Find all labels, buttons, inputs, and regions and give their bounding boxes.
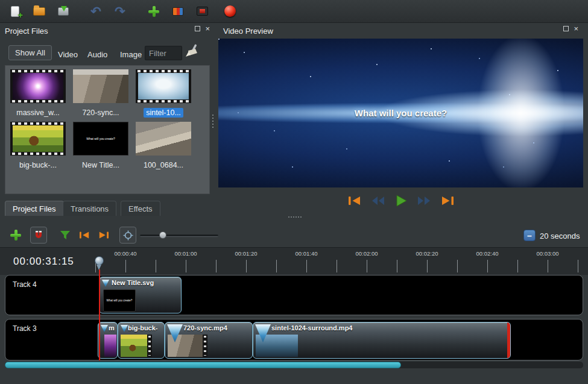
tab-label: Effects bbox=[128, 204, 153, 213]
green-plus-icon bbox=[148, 6, 159, 17]
ruler-label: 00:00:40 bbox=[107, 250, 144, 257]
zoom-scale-label: 20 seconds bbox=[540, 231, 580, 241]
snapping-toggle-button[interactable] bbox=[30, 227, 47, 244]
project-files-header: Project Files × bbox=[0, 24, 215, 37]
clip-menu-icon[interactable] bbox=[101, 325, 108, 332]
jump-to-end-button[interactable] bbox=[440, 195, 455, 207]
file-thumbnail bbox=[136, 122, 191, 156]
file-item-massive[interactable]: massive_w... bbox=[9, 69, 67, 118]
file-label: massive_w... bbox=[14, 108, 62, 118]
fast-forward-button[interactable] bbox=[416, 195, 432, 207]
ruler-label: 00:01:00 bbox=[168, 250, 204, 257]
filter-audio-button[interactable]: Audio bbox=[85, 47, 110, 62]
starfield bbox=[218, 39, 220, 40]
clip-new-title[interactable]: New Title.svg What will you create? bbox=[99, 277, 182, 313]
zoom-out-button[interactable]: – bbox=[523, 230, 536, 241]
tab-label: Project Files bbox=[13, 204, 56, 213]
file-item-bigbuck[interactable]: big-buck-... bbox=[9, 122, 67, 170]
save-arrow-icon bbox=[58, 7, 69, 16]
track-name: Track 4 bbox=[13, 280, 37, 289]
clip-massive[interactable]: m bbox=[98, 322, 118, 359]
clip-thumbnail bbox=[121, 335, 147, 357]
transport-controls bbox=[218, 192, 583, 210]
zoom-slider-handle[interactable] bbox=[159, 231, 166, 239]
clip-menu-icon[interactable] bbox=[102, 280, 109, 287]
tab-transitions[interactable]: Transitions bbox=[63, 201, 116, 216]
clip-label: m bbox=[109, 324, 115, 332]
filter-image-button[interactable]: Image bbox=[118, 47, 144, 62]
main-toolbar: + ↶ ↷ bbox=[0, 0, 588, 23]
track-3[interactable]: Track 3 m big-buck- 720-sync.mp4 sintel-… bbox=[5, 319, 583, 360]
undock-icon[interactable] bbox=[563, 26, 569, 31]
timeline-scrollbar-track[interactable] bbox=[5, 362, 583, 368]
film-sprockets bbox=[147, 335, 152, 357]
animated-title-button[interactable] bbox=[222, 4, 238, 19]
clip-label: sintel-1024-surround.mp4 bbox=[271, 324, 352, 332]
clip-trim-marker[interactable] bbox=[507, 323, 510, 358]
file-thumbnail: What will you create? bbox=[73, 122, 128, 156]
choose-profile-button[interactable] bbox=[170, 4, 186, 19]
filter-input[interactable] bbox=[145, 46, 182, 60]
clip-menu-icon[interactable] bbox=[121, 325, 128, 332]
clip-label: 720-sync.mp4 bbox=[183, 324, 227, 332]
undock-icon[interactable] bbox=[195, 26, 200, 31]
next-marker-button[interactable] bbox=[95, 227, 112, 244]
clip-sintel[interactable]: sintel-1024-surround.mp4 bbox=[253, 322, 511, 359]
ruler-label: 00:01:20 bbox=[228, 250, 264, 257]
undo-button[interactable]: ↶ bbox=[88, 4, 104, 19]
jump-to-start-button[interactable] bbox=[347, 195, 362, 207]
ruler-label: 00:01:40 bbox=[288, 250, 324, 257]
close-icon[interactable]: × bbox=[205, 26, 210, 31]
tab-effects[interactable]: Effects bbox=[121, 201, 160, 216]
tab-label: Transitions bbox=[71, 204, 109, 213]
timeline-splitter-handle[interactable] bbox=[288, 216, 289, 218]
panel-splitter-handle[interactable] bbox=[212, 115, 213, 116]
video-overlay-text: What will you create? bbox=[218, 107, 583, 118]
close-icon[interactable]: × bbox=[574, 26, 578, 31]
filter-video-button[interactable]: Video bbox=[55, 47, 80, 62]
file-item-720sync[interactable]: 720-sync... bbox=[72, 69, 130, 118]
redo-button[interactable]: ↷ bbox=[112, 4, 128, 19]
clip-big-buck[interactable]: big-buck- bbox=[118, 322, 165, 359]
add-marker-button[interactable] bbox=[57, 227, 74, 244]
film-frame-icon bbox=[197, 7, 208, 16]
file-thumbnail bbox=[73, 69, 128, 103]
magnet-icon bbox=[33, 230, 44, 241]
clip-thumbnail: What will you create? bbox=[103, 289, 136, 312]
export-video-button[interactable] bbox=[194, 4, 210, 19]
previous-marker-button[interactable] bbox=[76, 227, 93, 244]
playhead-timecode: 00:00:31:15 bbox=[13, 256, 74, 268]
track-4[interactable]: Track 4 New Title.svg What will you crea… bbox=[5, 275, 583, 315]
film-sprockets bbox=[203, 335, 207, 357]
file-label: 100_0684... bbox=[141, 160, 186, 170]
file-label: big-buck-... bbox=[17, 160, 59, 170]
rewind-button[interactable] bbox=[370, 195, 386, 207]
save-project-button[interactable] bbox=[55, 4, 71, 19]
clip-720-sync[interactable]: 720-sync.mp4 bbox=[165, 322, 253, 359]
file-item-new-title[interactable]: What will you create? New Title... bbox=[72, 122, 130, 170]
tab-project-files[interactable]: Project Files bbox=[5, 201, 64, 216]
project-files-grid: massive_w... 720-sync... sintel-10... bi… bbox=[5, 65, 210, 194]
open-project-button[interactable] bbox=[31, 4, 47, 19]
title-thumb-text: What will you create? bbox=[86, 137, 115, 140]
ruler-label: 00:02:00 bbox=[349, 250, 385, 257]
plus-badge-icon: + bbox=[18, 10, 23, 20]
center-target-icon bbox=[123, 230, 133, 241]
file-item-100-0684[interactable]: 100_0684... bbox=[134, 122, 192, 170]
center-on-playhead-button[interactable] bbox=[119, 227, 136, 244]
ruler-label: 00:03:00 bbox=[530, 250, 566, 257]
zoom-slider[interactable] bbox=[140, 234, 218, 237]
timeline-scrollbar-thumb[interactable] bbox=[5, 362, 401, 368]
file-label: 720-sync... bbox=[80, 108, 121, 118]
file-item-sintel[interactable]: sintel-10... bbox=[134, 69, 192, 118]
playhead-marker[interactable] bbox=[95, 256, 104, 265]
play-button[interactable] bbox=[394, 194, 408, 207]
clip-label: New Title.svg bbox=[112, 279, 154, 286]
filter-show-all-button[interactable]: Show All bbox=[8, 45, 52, 60]
file-thumbnail bbox=[10, 122, 66, 156]
add-track-button[interactable] bbox=[7, 227, 24, 244]
clear-filter-button[interactable] bbox=[185, 43, 200, 61]
video-preview-canvas[interactable]: What will you create? bbox=[218, 39, 583, 187]
new-project-button[interactable]: + bbox=[7, 4, 23, 19]
import-files-button[interactable] bbox=[146, 4, 162, 19]
